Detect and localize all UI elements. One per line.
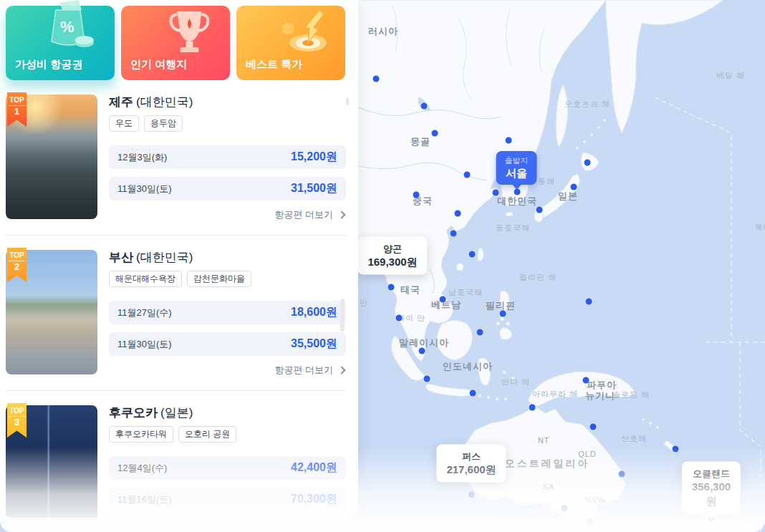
city-dot-marker[interactable] <box>455 211 461 217</box>
fare-date: 11월16일(토) <box>117 493 172 506</box>
city-dot-marker[interactable] <box>583 377 590 384</box>
fare-row[interactable]: 12월3일(화)15,200원 <box>109 145 346 169</box>
panel-scrollbar-thumb[interactable] <box>346 98 349 105</box>
promo-card-row: % 가성비 항공권 인기 여행지 베스트 특가 <box>6 6 346 80</box>
fare-price: 35,500원 <box>291 337 337 352</box>
city-dot-marker[interactable] <box>419 348 425 354</box>
top-destinations-list: TOP1제주(대한민국)우도용두암12월3일(화)15,200원11월30일(토… <box>6 95 346 518</box>
destination-section: TOP2부산(대한민국)해운대해수욕장감천문화마을11월27일(수)18,600… <box>6 250 346 377</box>
city-dot-marker[interactable] <box>571 184 577 190</box>
destination-info: 부산(대한민국)해운대해수욕장감천문화마을11월27일(수)18,600원11월… <box>109 250 346 377</box>
city-dot-marker[interactable] <box>440 296 446 303</box>
origin-tooltip[interactable]: 출발지 서울 <box>496 151 537 185</box>
city-dot-marker[interactable] <box>500 311 506 317</box>
price-marker-city: 양곤 <box>367 243 417 255</box>
rank-word: TOP <box>9 96 24 106</box>
more-flights-link[interactable]: 항공편 더보기 <box>109 364 346 377</box>
tag-chip: 감천문화마을 <box>187 271 251 287</box>
fare-date: 11월30일(토) <box>117 338 172 351</box>
city-dot-marker[interactable] <box>477 329 483 336</box>
fare-price: 15,200원 <box>291 150 337 165</box>
city-dot-marker[interactable] <box>470 390 476 397</box>
fare-price: 18,600원 <box>291 305 337 320</box>
destination-tags: 후쿠오카타워오호리 공원 <box>109 426 346 442</box>
city-dot-marker[interactable] <box>424 376 430 382</box>
price-marker-price: 169,300원 <box>367 255 417 269</box>
city-dot-marker[interactable] <box>373 76 380 82</box>
price-marker[interactable]: 퍼스217,600원 <box>436 445 506 483</box>
fare-row[interactable]: 11월16일(토)70,300원 <box>109 488 346 511</box>
price-marker[interactable]: 오클랜드356,300원 <box>682 462 741 514</box>
trophy-icon <box>162 9 218 60</box>
tag-chip: 해운대해수욕장 <box>109 271 182 287</box>
destination-photo[interactable]: TOP1 <box>6 95 97 219</box>
city-dot-marker[interactable] <box>506 137 512 144</box>
city-dot-marker[interactable] <box>413 192 420 198</box>
rank-word: TOP <box>9 251 24 261</box>
city-dot-marker[interactable] <box>587 519 593 526</box>
city-dot-marker[interactable] <box>432 130 438 137</box>
price-marker-price: 356,300원 <box>692 480 731 508</box>
top-rank-badge: TOP3 <box>7 403 27 437</box>
destination-photo[interactable]: TOP3 <box>6 405 97 518</box>
tag-chip: 우도 <box>109 115 139 132</box>
destination-city: 제주 <box>109 95 133 109</box>
fare-row[interactable]: 12월4일(수)42,400원 <box>109 456 346 480</box>
fare-price: 31,500원 <box>291 181 337 196</box>
chevron-right-icon <box>337 211 345 218</box>
city-dot-marker[interactable] <box>584 160 591 166</box>
promo-card-label: 인기 여행지 <box>130 58 187 72</box>
more-flights-link[interactable]: 항공편 더보기 <box>109 208 346 221</box>
svg-text:%: % <box>60 18 74 36</box>
city-dot-marker[interactable] <box>464 172 471 178</box>
city-dot-marker[interactable] <box>451 231 457 237</box>
city-dot-marker[interactable] <box>586 299 592 305</box>
section-divider <box>6 390 346 391</box>
tag-chip: 용두암 <box>144 115 183 132</box>
rank-number: 3 <box>7 417 27 427</box>
discount-bag-icon: % <box>39 0 100 56</box>
city-dot-marker[interactable] <box>590 424 597 430</box>
price-marker[interactable]: 양곤169,300원 <box>357 237 427 275</box>
top-rank-badge: TOP1 <box>7 92 27 127</box>
more-flights-label: 항공편 더보기 <box>274 364 333 377</box>
app-viewport: 러시아베링 해오호츠크 해몽골중국동해대한민국일본동중국해필리핀 해남중국해태국… <box>0 0 765 532</box>
target-arrow-icon <box>276 9 334 59</box>
fare-row[interactable]: 11월27일(수)18,600원 <box>109 301 346 324</box>
rank-word: TOP <box>9 407 24 417</box>
destination-city: 후쿠오카 <box>109 406 158 420</box>
city-dot-marker[interactable] <box>421 103 428 110</box>
destination-photo[interactable]: TOP2 <box>6 250 97 374</box>
destination-country: (대한민국) <box>136 95 193 109</box>
origin-tooltip-city: 서울 <box>505 166 529 180</box>
fare-price: 42,400원 <box>291 460 337 475</box>
city-dot-marker[interactable] <box>468 492 475 498</box>
destination-country: (일본) <box>160 406 193 420</box>
promo-card-label: 가성비 항공권 <box>15 58 82 72</box>
city-dot-marker[interactable] <box>537 207 543 213</box>
price-marker-city: 오클랜드 <box>692 468 731 480</box>
rank-number: 2 <box>7 261 27 272</box>
fare-row[interactable]: 11월30일(토)31,500원 <box>109 177 346 200</box>
promo-card-discount-bag[interactable]: % 가성비 항공권 <box>6 6 115 80</box>
fare-date: 11월27일(수) <box>117 306 172 319</box>
city-dot-marker[interactable] <box>388 284 395 291</box>
promo-card-trophy[interactable]: 인기 여행지 <box>121 6 230 80</box>
destination-country: (대한민국) <box>136 251 193 264</box>
city-dot-marker[interactable] <box>493 190 499 196</box>
city-dot-marker[interactable] <box>673 446 679 453</box>
city-dot-marker[interactable] <box>396 315 403 321</box>
city-dot-marker[interactable] <box>562 506 568 512</box>
destination-city: 부산 <box>109 251 133 264</box>
list-scrollbar-thumb[interactable] <box>340 299 345 332</box>
fare-row[interactable]: 11월30일(토)35,500원 <box>109 332 346 356</box>
tag-chip: 후쿠오카타워 <box>109 426 173 442</box>
city-dot-marker[interactable] <box>529 405 536 411</box>
fare-date: 12월4일(수) <box>117 462 167 475</box>
price-marker-pointer <box>706 513 717 519</box>
city-dot-marker[interactable] <box>619 471 625 478</box>
top-rank-badge: TOP2 <box>7 248 27 282</box>
promo-card-target-arrow[interactable]: 베스트 특가 <box>236 6 345 80</box>
city-dot-marker[interactable] <box>469 251 476 258</box>
promo-card-label: 베스트 특가 <box>246 58 302 72</box>
